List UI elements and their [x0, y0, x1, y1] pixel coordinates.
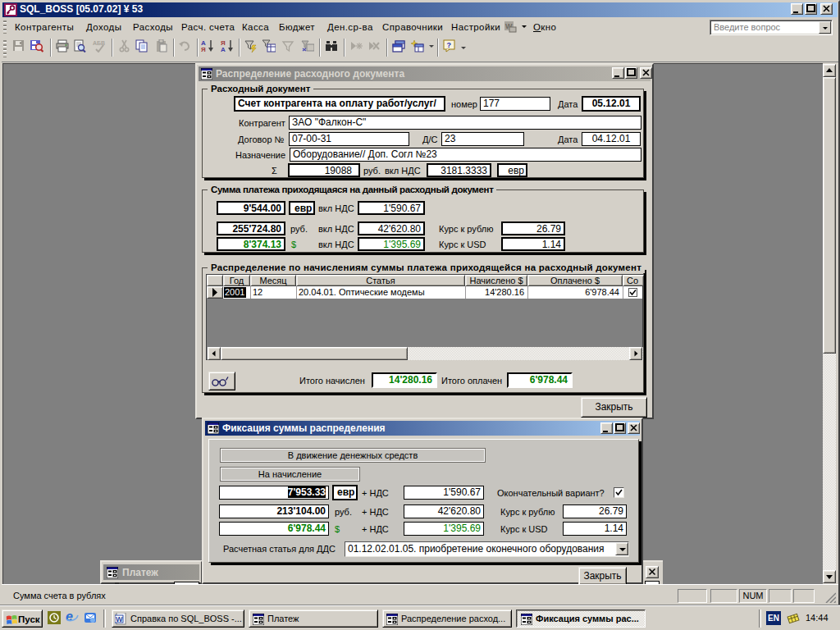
svg-text:?: ?	[447, 41, 452, 49]
svg-text:А: А	[221, 46, 226, 52]
svg-text:W: W	[116, 615, 123, 623]
svg-text:Я: Я	[201, 46, 206, 52]
